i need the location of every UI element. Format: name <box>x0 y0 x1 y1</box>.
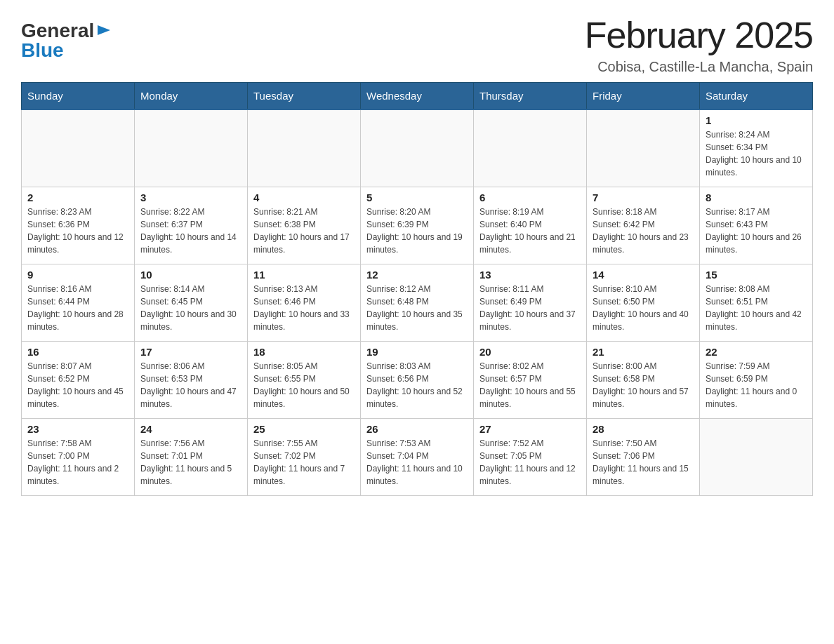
day-cell: 28Sunrise: 7:50 AMSunset: 7:06 PMDayligh… <box>587 418 700 495</box>
day-info: Sunrise: 7:53 AMSunset: 7:04 PMDaylight:… <box>366 437 468 488</box>
day-number: 23 <box>27 423 128 435</box>
week-row-4: 16Sunrise: 8:07 AMSunset: 6:52 PMDayligh… <box>22 341 813 418</box>
day-number: 11 <box>253 269 355 281</box>
day-cell: 15Sunrise: 8:08 AMSunset: 6:51 PMDayligh… <box>700 264 813 341</box>
day-info: Sunrise: 8:08 AMSunset: 6:51 PMDaylight:… <box>706 283 807 333</box>
title-area: February 2025 Cobisa, Castille-La Mancha… <box>585 14 813 75</box>
day-info: Sunrise: 8:13 AMSunset: 6:46 PMDaylight:… <box>253 283 355 333</box>
day-cell: 23Sunrise: 7:58 AMSunset: 7:00 PMDayligh… <box>22 418 135 495</box>
day-info: Sunrise: 8:14 AMSunset: 6:45 PMDaylight:… <box>140 283 241 333</box>
header-cell-saturday: Saturday <box>700 83 813 110</box>
day-number: 24 <box>140 423 241 435</box>
day-number: 22 <box>706 346 807 358</box>
day-info: Sunrise: 8:22 AMSunset: 6:37 PMDaylight:… <box>140 206 241 256</box>
day-cell <box>361 109 474 187</box>
day-number: 2 <box>27 192 128 203</box>
day-info: Sunrise: 8:06 AMSunset: 6:53 PMDaylight:… <box>140 360 241 410</box>
day-number: 8 <box>706 192 807 203</box>
day-cell: 27Sunrise: 7:52 AMSunset: 7:05 PMDayligh… <box>474 418 587 495</box>
day-cell: 9Sunrise: 8:16 AMSunset: 6:44 PMDaylight… <box>22 264 135 341</box>
calendar-title: February 2025 <box>585 14 813 56</box>
day-cell: 8Sunrise: 8:17 AMSunset: 6:43 PMDaylight… <box>700 187 813 264</box>
day-number: 25 <box>253 423 355 435</box>
logo: General Blue <box>21 21 112 60</box>
day-info: Sunrise: 8:24 AMSunset: 6:34 PMDaylight:… <box>706 128 807 179</box>
day-number: 13 <box>479 269 581 281</box>
day-cell: 1Sunrise: 8:24 AMSunset: 6:34 PMDaylight… <box>700 109 813 187</box>
day-number: 16 <box>27 346 128 358</box>
day-number: 15 <box>706 269 807 281</box>
week-row-3: 9Sunrise: 8:16 AMSunset: 6:44 PMDaylight… <box>22 264 813 341</box>
day-number: 28 <box>593 423 694 435</box>
day-info: Sunrise: 8:10 AMSunset: 6:50 PMDaylight:… <box>593 283 694 333</box>
day-cell: 21Sunrise: 8:00 AMSunset: 6:58 PMDayligh… <box>587 341 700 418</box>
day-number: 6 <box>479 192 581 203</box>
logo-arrow-icon <box>96 22 112 41</box>
day-number: 14 <box>593 269 694 281</box>
logo-general: General <box>21 21 94 41</box>
day-cell: 17Sunrise: 8:06 AMSunset: 6:53 PMDayligh… <box>135 341 248 418</box>
header: General Blue February 2025 Cobisa, Casti… <box>21 14 813 75</box>
day-cell <box>700 418 813 495</box>
day-cell: 13Sunrise: 8:11 AMSunset: 6:49 PMDayligh… <box>474 264 587 341</box>
header-cell-friday: Friday <box>587 83 700 110</box>
day-info: Sunrise: 8:03 AMSunset: 6:56 PMDaylight:… <box>366 360 468 410</box>
day-cell: 7Sunrise: 8:18 AMSunset: 6:42 PMDaylight… <box>587 187 700 264</box>
day-cell: 14Sunrise: 8:10 AMSunset: 6:50 PMDayligh… <box>587 264 700 341</box>
day-cell: 24Sunrise: 7:56 AMSunset: 7:01 PMDayligh… <box>135 418 248 495</box>
day-info: Sunrise: 8:05 AMSunset: 6:55 PMDaylight:… <box>253 360 355 410</box>
day-cell: 18Sunrise: 8:05 AMSunset: 6:55 PMDayligh… <box>248 341 361 418</box>
header-cell-thursday: Thursday <box>474 83 587 110</box>
day-number: 26 <box>366 423 468 435</box>
day-number: 4 <box>253 192 355 203</box>
day-info: Sunrise: 8:19 AMSunset: 6:40 PMDaylight:… <box>479 206 581 256</box>
week-row-2: 2Sunrise: 8:23 AMSunset: 6:36 PMDaylight… <box>22 187 813 264</box>
day-cell: 26Sunrise: 7:53 AMSunset: 7:04 PMDayligh… <box>361 418 474 495</box>
week-row-5: 23Sunrise: 7:58 AMSunset: 7:00 PMDayligh… <box>22 418 813 495</box>
day-cell: 25Sunrise: 7:55 AMSunset: 7:02 PMDayligh… <box>248 418 361 495</box>
day-cell: 19Sunrise: 8:03 AMSunset: 6:56 PMDayligh… <box>361 341 474 418</box>
day-number: 1 <box>706 114 807 126</box>
day-cell <box>587 109 700 187</box>
header-cell-sunday: Sunday <box>22 83 135 110</box>
header-cell-tuesday: Tuesday <box>248 83 361 110</box>
day-cell: 16Sunrise: 8:07 AMSunset: 6:52 PMDayligh… <box>22 341 135 418</box>
day-cell: 4Sunrise: 8:21 AMSunset: 6:38 PMDaylight… <box>248 187 361 264</box>
week-row-1: 1Sunrise: 8:24 AMSunset: 6:34 PMDaylight… <box>22 109 813 187</box>
day-info: Sunrise: 7:59 AMSunset: 6:59 PMDaylight:… <box>706 360 807 410</box>
day-info: Sunrise: 8:23 AMSunset: 6:36 PMDaylight:… <box>27 206 128 256</box>
calendar-subtitle: Cobisa, Castille-La Mancha, Spain <box>585 59 813 75</box>
day-info: Sunrise: 8:00 AMSunset: 6:58 PMDaylight:… <box>593 360 694 410</box>
day-number: 17 <box>140 346 241 358</box>
day-info: Sunrise: 8:12 AMSunset: 6:48 PMDaylight:… <box>366 283 468 333</box>
day-cell: 2Sunrise: 8:23 AMSunset: 6:36 PMDaylight… <box>22 187 135 264</box>
day-info: Sunrise: 7:55 AMSunset: 7:02 PMDaylight:… <box>253 437 355 488</box>
day-cell <box>135 109 248 187</box>
day-info: Sunrise: 8:17 AMSunset: 6:43 PMDaylight:… <box>706 206 807 256</box>
header-cell-wednesday: Wednesday <box>361 83 474 110</box>
day-number: 21 <box>593 346 694 358</box>
day-info: Sunrise: 7:56 AMSunset: 7:01 PMDaylight:… <box>140 437 241 488</box>
header-row: SundayMondayTuesdayWednesdayThursdayFrid… <box>22 83 813 110</box>
day-cell: 20Sunrise: 8:02 AMSunset: 6:57 PMDayligh… <box>474 341 587 418</box>
day-info: Sunrise: 8:18 AMSunset: 6:42 PMDaylight:… <box>593 206 694 256</box>
day-cell: 6Sunrise: 8:19 AMSunset: 6:40 PMDaylight… <box>474 187 587 264</box>
day-info: Sunrise: 7:50 AMSunset: 7:06 PMDaylight:… <box>593 437 694 488</box>
day-number: 12 <box>366 269 468 281</box>
day-cell: 12Sunrise: 8:12 AMSunset: 6:48 PMDayligh… <box>361 264 474 341</box>
svg-marker-0 <box>98 25 110 35</box>
day-info: Sunrise: 8:02 AMSunset: 6:57 PMDaylight:… <box>479 360 581 410</box>
logo-blue: Blue <box>21 41 64 60</box>
calendar-table: SundayMondayTuesdayWednesdayThursdayFrid… <box>21 82 813 496</box>
day-cell: 22Sunrise: 7:59 AMSunset: 6:59 PMDayligh… <box>700 341 813 418</box>
header-cell-monday: Monday <box>135 83 248 110</box>
day-info: Sunrise: 8:11 AMSunset: 6:49 PMDaylight:… <box>479 283 581 333</box>
day-number: 18 <box>253 346 355 358</box>
day-number: 9 <box>27 269 128 281</box>
day-cell: 5Sunrise: 8:20 AMSunset: 6:39 PMDaylight… <box>361 187 474 264</box>
day-number: 27 <box>479 423 581 435</box>
day-cell <box>248 109 361 187</box>
day-cell: 10Sunrise: 8:14 AMSunset: 6:45 PMDayligh… <box>135 264 248 341</box>
day-info: Sunrise: 7:58 AMSunset: 7:00 PMDaylight:… <box>27 437 128 488</box>
day-number: 3 <box>140 192 241 203</box>
